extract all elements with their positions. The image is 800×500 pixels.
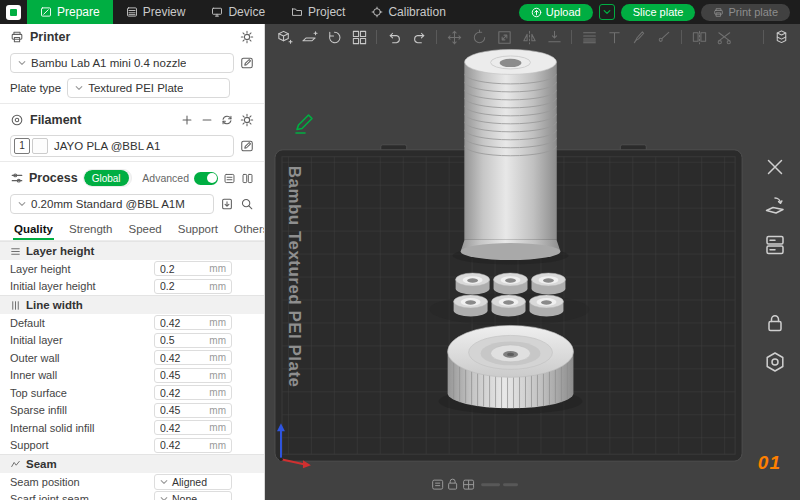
model-cap[interactable] bbox=[494, 273, 528, 294]
tab-project[interactable]: Project bbox=[278, 0, 358, 24]
inner-wall-value[interactable] bbox=[160, 369, 206, 381]
variable-layer-height-button[interactable] bbox=[578, 26, 600, 48]
model-cap[interactable] bbox=[492, 295, 526, 316]
slice-options-button[interactable] bbox=[599, 4, 615, 20]
model-cap[interactable] bbox=[454, 295, 488, 316]
model-knurled-lid[interactable] bbox=[448, 325, 574, 408]
sparse-infill-input[interactable]: mm bbox=[154, 403, 232, 418]
tab-others[interactable]: Others bbox=[226, 223, 265, 240]
model-cylinder[interactable] bbox=[461, 49, 561, 260]
print-plate-button[interactable]: Print plate bbox=[701, 4, 790, 21]
model-cap[interactable] bbox=[531, 273, 565, 294]
add-filament-icon[interactable] bbox=[180, 113, 194, 127]
tab-quality[interactable]: Quality bbox=[6, 223, 61, 240]
internal-solid-infill-value[interactable] bbox=[160, 422, 206, 434]
scope-objects-button[interactable]: Objects bbox=[129, 170, 133, 186]
save-preset-icon[interactable] bbox=[220, 197, 234, 211]
advanced-toggle[interactable] bbox=[194, 172, 218, 185]
outer-wall-input[interactable]: mm bbox=[154, 350, 232, 365]
layer-height-input[interactable]: mm bbox=[154, 261, 232, 276]
sparse-infill-value[interactable] bbox=[160, 404, 206, 416]
internal-solid-infill-input[interactable]: mm bbox=[154, 420, 232, 435]
top-surface-input[interactable]: mm bbox=[154, 385, 232, 400]
assembly-view-button[interactable] bbox=[770, 26, 792, 48]
mirror-button[interactable] bbox=[518, 26, 540, 48]
add-model-button[interactable] bbox=[273, 26, 295, 48]
slice-plate-button[interactable]: Slice plate bbox=[621, 4, 696, 21]
plate-number[interactable]: 01 bbox=[758, 452, 781, 474]
top-surface-value[interactable] bbox=[160, 387, 206, 399]
scope-global-button[interactable]: Global bbox=[84, 170, 129, 186]
seam-paint-button[interactable] bbox=[653, 26, 675, 48]
inner-wall-input[interactable]: mm bbox=[154, 368, 232, 383]
plate-settings-icon[interactable] bbox=[433, 480, 443, 489]
viewport-3d[interactable]: Bambu Textured PEI Plate bbox=[265, 24, 800, 500]
line-width-default-value[interactable] bbox=[160, 317, 206, 329]
auto-orient-plate-button[interactable] bbox=[762, 193, 788, 219]
place-on-face-button[interactable] bbox=[543, 26, 565, 48]
tab-preview[interactable]: Preview bbox=[113, 0, 199, 24]
move-button[interactable] bbox=[443, 26, 465, 48]
support-line-width-value[interactable] bbox=[160, 439, 206, 451]
plate-type-select[interactable]: Textured PEI Plate bbox=[67, 78, 230, 98]
printer-select[interactable]: Bambu Lab A1 mini 0.4 nozzle bbox=[10, 53, 234, 73]
support-line-width-input[interactable]: mm bbox=[154, 438, 232, 453]
scale-button[interactable] bbox=[493, 26, 515, 48]
plate-type-row: Plate type Textured PEI Plate bbox=[0, 75, 264, 100]
seam-position-select[interactable]: Aligned bbox=[154, 474, 232, 490]
unit-label: mm bbox=[209, 422, 226, 433]
delete-object-button[interactable] bbox=[762, 154, 788, 180]
param-label: Sparse infill bbox=[10, 404, 154, 416]
tab-calibration[interactable]: Calibration bbox=[358, 0, 458, 24]
view-list-icon[interactable] bbox=[223, 172, 236, 185]
scene-3d[interactable]: Bambu Textured PEI Plate bbox=[265, 24, 800, 499]
filament-select[interactable]: 1 JAYO PLA @BBL A1 bbox=[10, 135, 234, 157]
redo-button[interactable] bbox=[408, 26, 430, 48]
line-width-initial-layer-value[interactable] bbox=[160, 334, 206, 346]
model-cap[interactable] bbox=[456, 273, 490, 294]
filament-color-swatch[interactable] bbox=[32, 138, 48, 154]
tab-strength[interactable]: Strength bbox=[61, 223, 120, 240]
scarf-joint-seam-select[interactable]: None bbox=[154, 491, 232, 500]
initial-layer-height-input[interactable]: mm bbox=[154, 279, 232, 294]
upload-button[interactable]: Upload bbox=[519, 4, 593, 21]
rotate-button[interactable] bbox=[468, 26, 490, 48]
plate-lock-icon[interactable] bbox=[449, 479, 457, 489]
filament-settings-gear-icon[interactable] bbox=[240, 113, 254, 127]
remove-filament-icon[interactable] bbox=[200, 113, 214, 127]
process-preset-select[interactable]: 0.20mm Standard @BBL A1M bbox=[10, 194, 214, 214]
support-paint-button[interactable] bbox=[628, 26, 650, 48]
arrange-button[interactable] bbox=[348, 26, 370, 48]
prepare-icon bbox=[40, 6, 52, 18]
plate-nut-button[interactable] bbox=[762, 349, 788, 375]
add-plate-button[interactable] bbox=[298, 26, 320, 48]
edit-filament-icon[interactable] bbox=[240, 139, 254, 153]
compare-columns-icon[interactable] bbox=[241, 172, 254, 185]
printer-settings-gear-icon[interactable] bbox=[240, 30, 254, 44]
edit-printer-icon[interactable] bbox=[240, 56, 254, 70]
text-tool-button[interactable] bbox=[603, 26, 625, 48]
tab-prepare[interactable]: Prepare bbox=[27, 0, 113, 24]
arrange-plate-button[interactable] bbox=[762, 232, 788, 258]
edit-pencil-indicator[interactable] bbox=[293, 112, 315, 138]
line-width-default-input[interactable]: mm bbox=[154, 315, 232, 330]
sync-filament-icon[interactable] bbox=[220, 113, 234, 127]
plate-grid-icon[interactable] bbox=[464, 480, 474, 489]
unit-label: mm bbox=[209, 335, 226, 346]
outer-wall-value[interactable] bbox=[160, 352, 206, 364]
plate-type-label: Plate type bbox=[10, 82, 61, 94]
tab-device[interactable]: Device bbox=[198, 0, 278, 24]
plate-settings-icons[interactable] bbox=[433, 479, 517, 489]
split-button[interactable] bbox=[688, 26, 710, 48]
line-width-initial-layer-input[interactable]: mm bbox=[154, 333, 232, 348]
tab-support[interactable]: Support bbox=[170, 223, 226, 240]
model-cap[interactable] bbox=[529, 295, 563, 316]
initial-layer-height-value[interactable] bbox=[160, 280, 206, 292]
lock-plate-button[interactable] bbox=[762, 310, 788, 336]
search-icon[interactable] bbox=[240, 197, 254, 211]
auto-orient-button[interactable] bbox=[323, 26, 345, 48]
cut-button[interactable] bbox=[713, 26, 735, 48]
layer-height-value[interactable] bbox=[160, 263, 206, 275]
tab-speed[interactable]: Speed bbox=[120, 223, 169, 240]
undo-button[interactable] bbox=[383, 26, 405, 48]
